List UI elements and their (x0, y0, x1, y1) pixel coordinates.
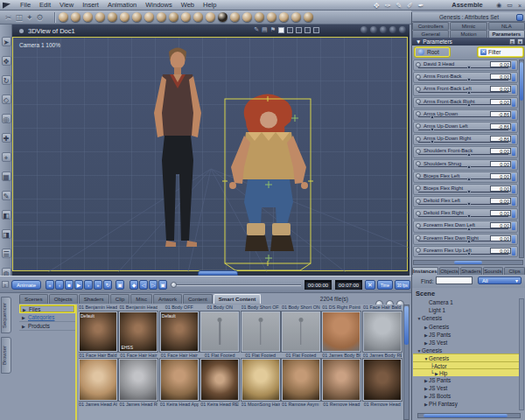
parameter-row[interactable]: Biceps Flex Left0.00 (413, 172, 518, 183)
primitive-tool-icon[interactable] (304, 12, 313, 22)
textured-sphere-button[interactable] (351, 26, 358, 33)
primitive-tool-icon[interactable] (279, 12, 289, 22)
scene-node-js-vest[interactable]: ▶JS Vest (413, 339, 519, 346)
parameter-dial-icon[interactable] (416, 111, 421, 116)
thumbnail-item[interactable]: 01 Ramose Asym H (282, 359, 320, 408)
parameter-slider-thumb[interactable] (467, 165, 471, 169)
thumbnail-image[interactable] (282, 359, 320, 401)
parameter-dial-icon[interactable] (416, 149, 421, 154)
find-filter-dropdown[interactable]: All (478, 276, 522, 284)
browser-tab-shaders[interactable]: Shaders (79, 294, 109, 304)
parameter-slider-thumb[interactable] (467, 66, 471, 69)
parameter-slider-thumb[interactable] (467, 190, 471, 193)
filter-clear-icon[interactable]: ✕ (480, 49, 486, 55)
scene-node-genesis[interactable]: ▶Genesis (413, 323, 519, 331)
primitive-tool-icon[interactable] (267, 12, 276, 22)
thumbnail-item[interactable]: Default01 Face Hair Bald (79, 312, 117, 359)
primitive-tool-icon[interactable] (206, 12, 215, 22)
primitive-tool-icon[interactable] (132, 12, 142, 22)
timeline-scrubber[interactable] (172, 284, 301, 286)
scene-node-js-vest[interactable]: ▶JS Vest (413, 384, 519, 392)
parameter-dial-icon[interactable] (416, 161, 421, 166)
browser-tab-scenes[interactable]: Scenes (19, 294, 48, 304)
camera-track-tool-icon[interactable]: ⌖ (2, 152, 11, 162)
parameter-stepper[interactable] (512, 222, 515, 230)
parameter-dial-icon[interactable] (416, 99, 421, 104)
copy-tool-icon[interactable]: ◫ (16, 13, 24, 22)
scene-scrollbar[interactable] (519, 298, 524, 410)
parameter-slider-track[interactable] (418, 80, 508, 80)
parameter-slider-thumb[interactable] (467, 214, 471, 218)
ruler-icon[interactable]: ▤ (262, 26, 268, 33)
primitive-tool-icon[interactable] (83, 12, 93, 22)
room-label[interactable]: Assemble (448, 0, 486, 10)
backdrop-2-button[interactable] (370, 26, 377, 33)
parameter-stepper[interactable] (512, 235, 515, 243)
parameter-slider-thumb[interactable] (467, 252, 471, 256)
thumbnail-image[interactable] (119, 359, 158, 401)
browser-tab-objects[interactable]: Objects (49, 294, 78, 304)
thumbnail-image[interactable] (242, 312, 280, 352)
clear-animation-button[interactable]: ✕ (365, 280, 375, 290)
thumbnail-image[interactable] (363, 359, 402, 401)
annotate-icon[interactable]: ✎ (254, 26, 259, 33)
parameter-scrollbar[interactable] (519, 60, 524, 258)
settings-tool-icon[interactable]: ⚙ (37, 13, 44, 22)
backdrop-4-button[interactable] (389, 26, 396, 33)
record-keyframe-button[interactable]: ▣ (116, 280, 124, 290)
tray-splitter-handle[interactable] (198, 270, 238, 276)
nav-categories[interactable]: ▶Categories (19, 313, 75, 322)
parameter-stepper[interactable] (512, 148, 515, 156)
panel-options-button[interactable] (516, 14, 523, 21)
fps-dropdown[interactable]: 30 fps (395, 280, 410, 290)
primitive-tool-icon[interactable] (144, 12, 154, 22)
parameter-stepper[interactable] (512, 186, 515, 193)
parameter-row[interactable]: Forearm Flex Dwn Right0.00 (413, 234, 518, 245)
parameter-slider-track[interactable] (418, 228, 508, 229)
thumbnail-item[interactable]: 01 James Body BU (322, 312, 360, 359)
parameter-slider-thumb[interactable] (430, 116, 434, 119)
primitive-tool-icon[interactable] (71, 12, 80, 22)
parameter-row[interactable]: Arms Up-Down Left-0.86 (413, 122, 518, 133)
parameter-slider-track[interactable] (418, 166, 508, 167)
backdrop-5-button[interactable] (399, 26, 406, 33)
reference-icon[interactable]: ⚑ (270, 26, 276, 33)
parameter-slider-thumb[interactable] (430, 140, 434, 144)
tray-tab-browser[interactable]: Browser (1, 337, 11, 374)
primitive-tool-icon[interactable] (218, 12, 228, 22)
scene-node-camera-1[interactable]: Camera 1 (413, 298, 519, 306)
parameter-dial-icon[interactable] (416, 74, 421, 80)
thumbnail-image[interactable] (160, 359, 199, 401)
thumbnail-image[interactable] (200, 312, 239, 352)
parameter-row[interactable]: Arms Up-Down Right-0.86 (413, 134, 518, 145)
stop-button[interactable]: ■ (65, 280, 74, 290)
thumbnail-image[interactable] (242, 359, 280, 401)
viewport-canvas[interactable]: Camera 1 100% (12, 37, 408, 271)
menu-insert[interactable]: Insert (78, 0, 103, 10)
primitive-tool-icon[interactable] (255, 12, 264, 22)
thumbnail-image[interactable] (322, 359, 360, 401)
scene-node-ph-fantasy[interactable]: ▶PH Fantasy (413, 400, 519, 408)
parameter-row[interactable]: Shoulders Front-Back0.00 (413, 146, 518, 158)
parameter-slider-track[interactable] (418, 178, 508, 179)
parameter-stepper[interactable] (512, 210, 515, 218)
parameter-row[interactable]: Shoulders Shrug0.00 (413, 159, 518, 171)
parameter-slider-thumb[interactable] (467, 103, 471, 107)
tab-motion[interactable]: Motion (450, 30, 486, 38)
thumbnail-image[interactable] (322, 312, 360, 352)
scene-node-js-pants[interactable]: ▶JS Pants (413, 376, 519, 384)
parameter-dial-icon[interactable] (416, 123, 421, 129)
parameter-dial-icon[interactable] (416, 136, 421, 142)
parameter-dial-icon[interactable] (416, 186, 421, 191)
shading-mode-tool-icon[interactable]: ◨ (2, 229, 11, 239)
tray-tab-sequencer[interactable]: Sequencer (1, 297, 11, 333)
single-view-button[interactable] (278, 27, 284, 33)
tab-nla[interactable]: NLA (488, 22, 525, 30)
parameter-slider-thumb[interactable] (467, 153, 471, 157)
thumbnail-image[interactable] (282, 312, 320, 352)
collapse-section-button[interactable]: ▾ (517, 38, 523, 45)
next-frame-button[interactable]: › (84, 280, 93, 290)
menu-file[interactable]: File (16, 0, 35, 10)
browser-tab-content[interactable]: Content (183, 294, 213, 304)
go-end-button[interactable]: » (94, 280, 102, 290)
